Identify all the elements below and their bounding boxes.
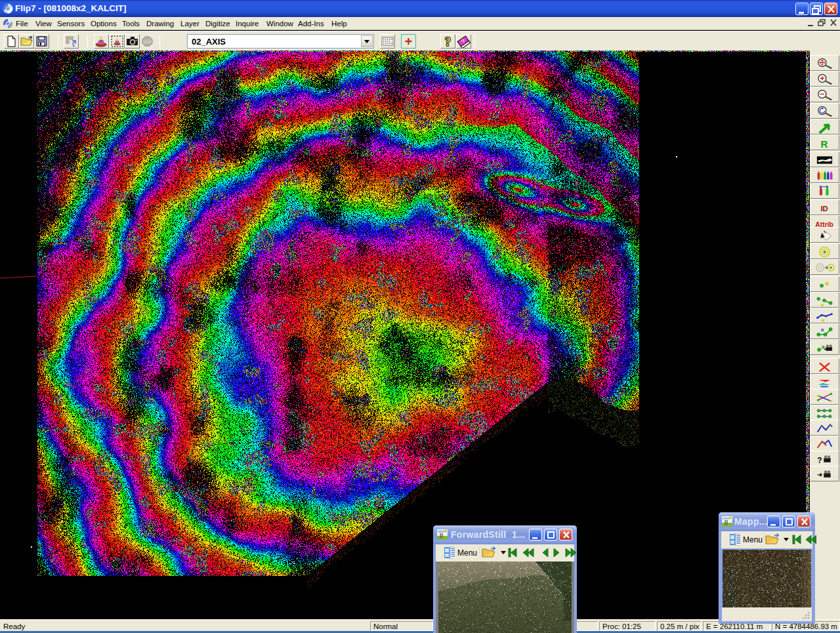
svg-text:?: ? xyxy=(445,35,451,49)
svg-text:R: R xyxy=(821,138,828,150)
svg-text:STOP: STOP xyxy=(143,40,152,44)
svg-text:?: ? xyxy=(817,456,822,465)
svg-text:ID: ID xyxy=(821,205,828,213)
